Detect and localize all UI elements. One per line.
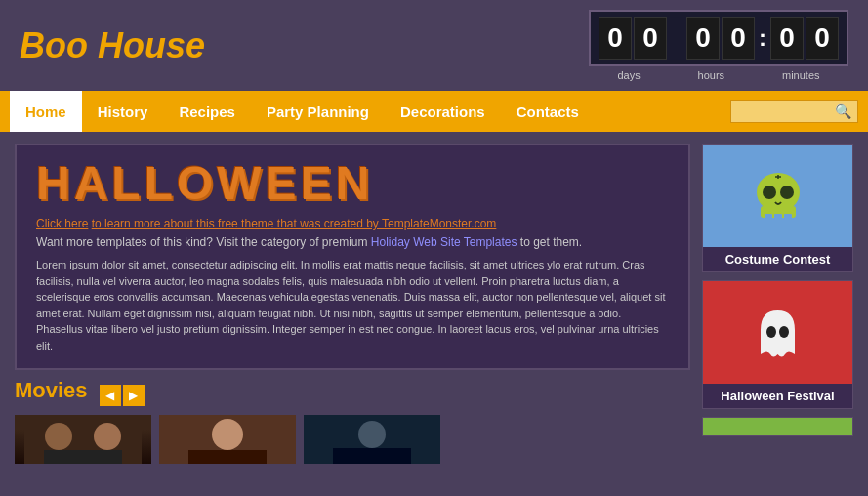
halloween-festival-image — [703, 281, 852, 384]
svg-rect-6 — [188, 450, 267, 464]
movie-thumb-1[interactable] — [15, 415, 151, 464]
nav-recipes[interactable]: Recipes — [163, 91, 251, 132]
skull-svg — [749, 169, 807, 223]
svg-point-16 — [780, 186, 794, 199]
movies-row — [15, 415, 690, 464]
svg-rect-13 — [774, 214, 782, 220]
days-digit-2: 0 — [634, 17, 667, 60]
halloween-festival-label: Halloween Festival — [703, 384, 852, 408]
hours-digit-2: 0 — [722, 17, 755, 60]
main-content: HALLOWEEN Click here to learn more about… — [0, 132, 868, 496]
minutes-label: minutes — [782, 69, 820, 81]
svg-rect-9 — [333, 448, 411, 464]
minutes-digit-1: 0 — [770, 17, 804, 60]
sidebar-card-third[interactable] — [702, 417, 853, 436]
svg-point-8 — [358, 421, 386, 448]
svg-point-1 — [45, 423, 72, 450]
third-card-image — [703, 418, 852, 436]
sidebar-card-costume[interactable]: Costume Contest — [702, 144, 853, 272]
search-input[interactable] — [737, 104, 835, 119]
svg-rect-14 — [784, 214, 792, 220]
halloween-title: HALLOWEEN — [36, 160, 669, 207]
banner-info: Want more templates of this kind? Visit … — [36, 235, 669, 249]
costume-contest-image — [703, 145, 852, 247]
movies-title: Movies — [15, 378, 88, 403]
movie-thumb-2[interactable] — [159, 415, 296, 464]
colon-1: : — [757, 24, 768, 52]
countdown-boxes: 0 0 0 0 : 0 0 — [589, 10, 848, 66]
search-button[interactable]: 🔍 — [835, 103, 851, 119]
movies-section: Movies ◀ ▶ — [15, 378, 690, 464]
right-sidebar: Costume Contest Halloween Festival — [702, 144, 853, 487]
ghost-svg — [751, 301, 805, 364]
nav-party-planning[interactable]: Party Planning — [251, 91, 385, 132]
svg-point-20 — [779, 326, 789, 338]
nav-contacts[interactable]: Contacts — [501, 91, 595, 132]
banner-link-line: Click here to learn more about this free… — [36, 217, 669, 230]
days-digit-1: 0 — [599, 17, 632, 60]
want-text: Want more templates of this kind? Visit … — [36, 235, 371, 249]
svg-point-15 — [763, 186, 776, 199]
site-title: Boo House — [20, 25, 205, 66]
countdown-timer: 0 0 0 0 : 0 0 days hours minutes — [589, 10, 848, 81]
svg-point-19 — [766, 326, 776, 338]
svg-rect-12 — [765, 214, 772, 220]
nav-decorations[interactable]: Decorations — [385, 91, 501, 132]
header: Boo House 0 0 0 0 : 0 0 days hours minut… — [0, 0, 868, 91]
svg-point-2 — [94, 423, 121, 450]
click-desc: to learn more about this free theme that… — [92, 217, 497, 230]
movie-next-button[interactable]: ▶ — [123, 385, 145, 406]
nav-history[interactable]: History — [82, 91, 164, 132]
costume-contest-label: Costume Contest — [703, 247, 852, 271]
sidebar-card-festival[interactable]: Halloween Festival — [702, 280, 853, 409]
nav-home[interactable]: Home — [10, 91, 82, 132]
left-content: HALLOWEEN Click here to learn more about… — [15, 144, 690, 487]
hours-digit-1: 0 — [686, 17, 720, 60]
countdown-labels: days hours minutes — [589, 69, 848, 81]
banner-body-text: Lorem ipsum dolor sit amet, consectetur … — [36, 257, 669, 353]
movies-header-row: Movies ◀ ▶ — [15, 378, 690, 409]
movie-prev-button[interactable]: ◀ — [100, 385, 121, 406]
navbar: Home History Recipes Party Planning Deco… — [0, 91, 868, 132]
halloween-banner: HALLOWEEN Click here to learn more about… — [15, 144, 690, 370]
search-box[interactable]: 🔍 — [730, 100, 858, 123]
holiday-templates-link[interactable]: Holiday Web Site Templates — [371, 235, 517, 249]
svg-rect-3 — [44, 450, 122, 464]
hours-label: hours — [698, 69, 725, 81]
minutes-digit-2: 0 — [806, 17, 839, 60]
svg-point-5 — [212, 419, 243, 450]
link-end: to get them. — [520, 235, 582, 249]
movie-thumb-3[interactable] — [304, 415, 440, 464]
click-here-link[interactable]: Click here — [36, 217, 88, 230]
movie-nav-buttons: ◀ ▶ — [100, 385, 145, 406]
days-label: days — [617, 69, 640, 81]
